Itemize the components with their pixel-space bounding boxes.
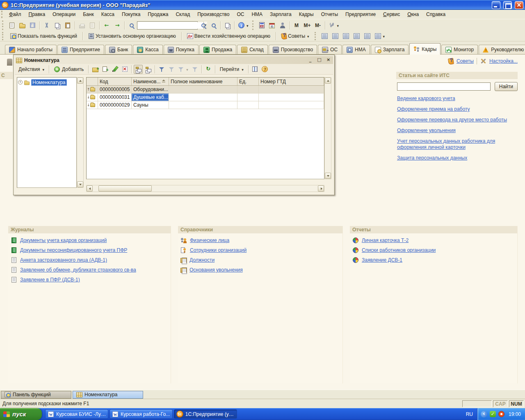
tab-enterprise[interactable]: Предприятие (57, 45, 104, 54)
filter-history-button[interactable] (177, 65, 189, 74)
its-link[interactable]: Оформление приема на работу (397, 106, 512, 112)
print-button[interactable] (77, 21, 87, 30)
link-item[interactable]: Основания увольнения (180, 267, 342, 273)
expand-icon[interactable] (18, 80, 23, 84)
scroll-left-button[interactable] (87, 185, 93, 192)
tab-cash[interactable]: Касса (133, 45, 162, 54)
column-header-code[interactable]: Код (98, 78, 132, 85)
cell-code[interactable]: 00000000029 (98, 101, 132, 109)
info-button[interactable] (237, 21, 250, 30)
menu-item-production[interactable]: Производство (194, 10, 233, 18)
find-button[interactable]: Найти (495, 82, 518, 91)
tab-purchase[interactable]: Покупка (164, 45, 199, 54)
its-link[interactable]: Защита персональных данных (397, 155, 512, 161)
tab-warehouse[interactable]: Склад (237, 45, 268, 54)
find-next-button[interactable] (199, 21, 208, 30)
link-item[interactable]: Должности (180, 257, 342, 263)
its-link[interactable]: Оформление перевода на другое место рабо… (397, 117, 512, 123)
memory-m-button[interactable]: M (292, 21, 301, 30)
menu-item-sales[interactable]: Продажа (144, 10, 172, 18)
scroll-up-button[interactable] (77, 78, 83, 84)
cell-unit[interactable] (237, 94, 259, 101)
tab-os[interactable]: ОС (318, 45, 342, 54)
start-button[interactable]: пуск (0, 408, 42, 420)
report-button-4[interactable] (352, 32, 361, 41)
refresh-button[interactable] (204, 65, 213, 74)
menu-item-operations[interactable]: Операции (49, 10, 79, 18)
report-button-2[interactable] (331, 32, 340, 41)
menu-item-enterprise[interactable]: Предприятие (342, 10, 379, 18)
tips-link[interactable]: Советы (457, 58, 474, 64)
child-close-button[interactable]: × (325, 57, 332, 63)
back-button[interactable] (102, 21, 112, 30)
cell-unit[interactable] (237, 101, 259, 109)
report-button-6[interactable] (373, 32, 387, 41)
link-item[interactable]: Документы персонифицированного учета ПФР (11, 247, 171, 253)
column-header-name[interactable]: Наименов... (132, 78, 169, 85)
link-item[interactable]: Личная карточка Т-2 (352, 237, 517, 244)
tab-production[interactable]: Производство (269, 45, 317, 54)
list-settings-button[interactable] (251, 65, 260, 74)
task-word-doc-2[interactable]: Курсовая работа-Го... (110, 409, 173, 419)
scrollbar-thumb[interactable] (98, 185, 152, 192)
column-header-gtd[interactable]: Номер ГТД (259, 78, 324, 85)
tab-sales[interactable]: Продажа (199, 45, 236, 54)
add-button[interactable]: Добавить (51, 65, 86, 74)
close-button[interactable] (515, 1, 523, 9)
cell-name[interactable]: Сауны (132, 101, 169, 109)
edit-button[interactable] (110, 65, 119, 74)
tab-nma[interactable]: НМА (342, 45, 370, 54)
toolbar-grip[interactable] (252, 21, 255, 30)
scroll-up-button[interactable] (325, 78, 331, 84)
tab-manager[interactable]: Руководителю (479, 45, 525, 54)
toolbar-grip[interactable] (315, 32, 317, 40)
cell-unit[interactable] (237, 86, 259, 93)
memory-m-minus-button[interactable]: M- (313, 21, 323, 30)
report-button-1[interactable] (320, 32, 329, 41)
table-row[interactable]: ↓00000000029Сауны (87, 101, 324, 109)
cell-code[interactable]: 00000000031 (98, 94, 132, 101)
window-tab-function-panel[interactable]: Панель функций (1, 391, 71, 399)
table-row[interactable]: ↓00000000031Душевые каб... (87, 94, 324, 101)
its-link[interactable]: Оформление увольнения (397, 128, 512, 134)
copy-button[interactable] (52, 21, 62, 30)
menu-item-help[interactable]: Справка (422, 10, 449, 18)
enter-operation-button[interactable]: Ввести хозяйственную операцию (184, 32, 273, 41)
tab-home[interactable]: Начало работы (5, 45, 57, 54)
scroll-down-button[interactable] (325, 173, 331, 179)
calculator-button[interactable] (257, 21, 267, 30)
its-link[interactable]: Учет персональных данных работника для о… (397, 138, 512, 151)
help-button[interactable] (260, 65, 269, 74)
show-function-panel-button[interactable]: Показать панель функций (7, 32, 80, 41)
calendar-button[interactable] (267, 21, 277, 30)
add-copy-button[interactable] (100, 65, 110, 74)
child-maximize-button[interactable]: □ (316, 57, 323, 63)
language-indicator[interactable]: RU (466, 411, 473, 417)
tab-salary[interactable]: Зарплата (371, 45, 409, 54)
tree-scrollbar[interactable] (77, 77, 84, 188)
cell-name[interactable]: Оборудовани... (132, 86, 169, 93)
paste-button[interactable] (63, 21, 73, 30)
actions-menu-button[interactable]: Действия (16, 65, 47, 74)
clear-filter-button[interactable] (190, 65, 199, 74)
move-to-group-button[interactable] (144, 65, 153, 74)
toolbar-grip[interactable] (2, 21, 5, 30)
open-button[interactable] (18, 21, 27, 30)
cut-button[interactable] (42, 21, 52, 30)
panel-settings-link[interactable]: Настройка... (489, 58, 518, 64)
its-link[interactable]: Ведение кадрового учета (397, 96, 512, 102)
column-header-full-name[interactable]: Полное наименование (169, 78, 237, 85)
menu-item-nma[interactable]: НМА (248, 10, 266, 18)
nomenclatura-title-bar[interactable]: Номенклатура _ □ × (15, 56, 333, 64)
tray-app-icon[interactable] (498, 411, 504, 417)
memory-m-plus-button[interactable]: M+ (302, 21, 313, 30)
user-permissions-button[interactable] (278, 21, 288, 30)
delete-button[interactable] (120, 65, 129, 74)
maximize-button[interactable] (503, 1, 512, 9)
menu-item-windows[interactable]: Окна (404, 10, 422, 18)
table-horizontal-scrollbar[interactable] (86, 185, 324, 192)
link-item[interactable]: Документы учета кадров организаций (11, 237, 171, 244)
tab-monitor[interactable]: Монитор (441, 45, 478, 54)
menu-item-edit[interactable]: Правка (25, 10, 49, 18)
save-button[interactable] (28, 21, 37, 30)
